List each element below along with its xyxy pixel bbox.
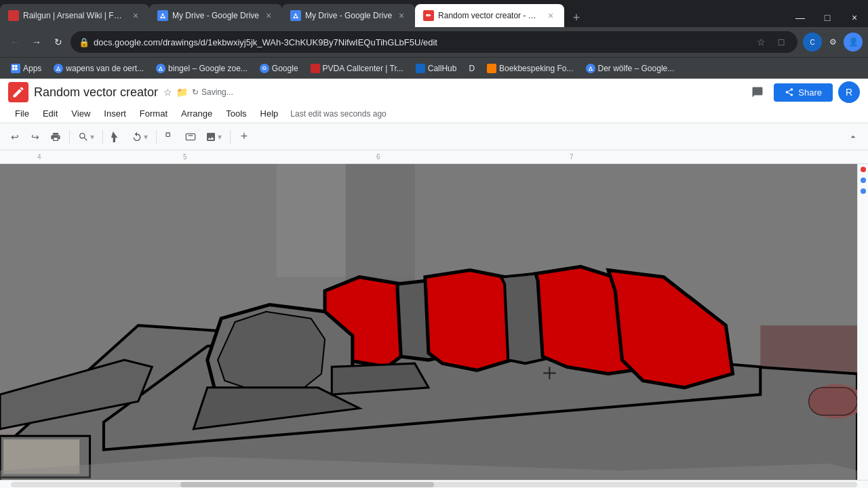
toolbar-sep-4 <box>230 130 231 144</box>
canvas-content[interactable] <box>0 164 857 480</box>
extension-icons: C ⚙ 👤 <box>803 33 863 52</box>
right-panel <box>857 164 868 480</box>
tab-draw[interactable]: ✏ Random vector creator - Google... × <box>415 4 564 27</box>
apps-icon <box>11 64 20 73</box>
user-avatar[interactable]: R <box>838 81 860 103</box>
vector-drawing <box>0 164 857 480</box>
bm-icon-boek <box>487 64 496 73</box>
image-chevron: ▾ <box>218 132 222 142</box>
select-button[interactable] <box>107 127 126 146</box>
omnibar-row: ← → ↻ 🔒 docs.google.com/drawings/d/1ekbw… <box>0 27 868 57</box>
tab-close-draw[interactable]: × <box>545 10 556 21</box>
bookmark-pvda[interactable]: PVDA Callcenter | Tr... <box>305 62 409 75</box>
new-tab-button[interactable]: + <box>567 8 586 27</box>
share-button[interactable]: Share <box>774 83 833 102</box>
svg-rect-2 <box>12 68 14 70</box>
maximize-button[interactable]: □ <box>814 8 841 27</box>
bookmark-apps[interactable]: Apps <box>5 62 47 75</box>
folder-icon[interactable]: 📁 <box>176 87 188 98</box>
horizontal-scrollbar[interactable] <box>0 480 868 488</box>
rotate-dropdown[interactable]: ▾ <box>127 129 152 145</box>
secure-icon: 🔒 <box>79 37 90 47</box>
tab-railgun[interactable]: Railgun | Arsenal Wiki | Fandom × <box>0 4 149 27</box>
menu-insert[interactable]: Insert <box>97 106 133 121</box>
bookmark-icon[interactable]: ☆ <box>753 34 769 50</box>
forward-button[interactable]: → <box>27 33 46 52</box>
plus-button[interactable]: + <box>235 127 254 146</box>
tab-drive1[interactable]: My Drive - Google Drive × <box>149 4 282 27</box>
main-content: 4 5 6 7 <box>0 150 868 488</box>
bm-icon-wapens <box>54 64 63 73</box>
bookmark-callhub[interactable]: CallHub <box>410 62 462 75</box>
textbox-button[interactable] <box>181 127 200 146</box>
bookmark-wapens[interactable]: wapens van de oert... <box>48 62 149 75</box>
menu-help[interactable]: Help <box>254 106 285 121</box>
ruler-mark-5: 5 <box>183 153 187 161</box>
tab-label-drive2: My Drive - Google Drive <box>305 11 392 20</box>
minimize-button[interactable]: — <box>787 8 814 27</box>
app-logo <box>8 82 28 102</box>
reload-button[interactable]: ↻ <box>49 33 68 52</box>
share-label: Share <box>798 87 822 98</box>
collapse-toolbar-button[interactable] <box>844 127 863 146</box>
bm-icon-derwolfe <box>586 64 595 73</box>
svg-rect-9 <box>346 164 415 291</box>
tab-close-railgun[interactable]: × <box>130 10 141 21</box>
bookmark-d[interactable]: D <box>463 62 480 75</box>
ext-icon-user[interactable]: 👤 <box>844 33 863 52</box>
ruler: 4 5 6 7 <box>0 150 868 164</box>
omnibar-url: docs.google.com/drawings/d/1ekbwxiyj5jk_… <box>94 37 749 47</box>
ext-icon-1[interactable]: C <box>803 33 822 52</box>
menu-format[interactable]: Format <box>133 106 174 121</box>
bookmark-google[interactable]: G Google <box>254 62 304 75</box>
close-button[interactable]: × <box>841 8 868 27</box>
scrollbar-thumb[interactable] <box>180 482 434 487</box>
toolbar: ↩ ↪ ▾ ▾ <box>0 123 868 150</box>
menu-arrange[interactable]: Arrange <box>174 106 219 121</box>
undo-button[interactable]: ↩ <box>5 127 24 146</box>
ruler-mark-4: 4 <box>37 153 41 161</box>
tab-label-drive1: My Drive - Google Drive <box>172 11 259 20</box>
svg-rect-4 <box>166 133 170 136</box>
bookmarks-bar: Apps wapens van de oert... bingel – Goog… <box>0 57 868 79</box>
app-title: Random vector creator <box>34 85 158 100</box>
comments-button[interactable] <box>747 81 768 103</box>
menu-file[interactable]: File <box>8 106 36 121</box>
bookmark-derwolfe-label: Der wölfe – Google... <box>598 64 675 73</box>
shape-button[interactable] <box>161 127 180 146</box>
redo-button[interactable]: ↪ <box>26 127 45 146</box>
menu-tools[interactable]: Tools <box>219 106 253 121</box>
tab-favicon-drive2 <box>290 10 301 21</box>
panel-dot-blue1 <box>861 178 866 183</box>
ext-icon-gear[interactable]: ⚙ <box>823 33 842 52</box>
bookmark-apps-label: Apps <box>23 64 41 73</box>
pip-icon[interactable]: □ <box>773 34 789 50</box>
drawing-canvas[interactable] <box>0 164 857 480</box>
saving-spinner-icon: ↻ <box>192 87 199 97</box>
svg-rect-1 <box>15 65 17 67</box>
back-button[interactable]: ← <box>5 33 24 52</box>
bookmark-bingel-label: bingel – Google zoe... <box>168 64 248 73</box>
image-dropdown[interactable]: ▾ <box>201 129 226 145</box>
menu-edit[interactable]: Edit <box>36 106 64 121</box>
bookmark-google-label: Google <box>272 64 298 73</box>
menu-view[interactable]: View <box>64 106 97 121</box>
svg-rect-22 <box>809 388 857 415</box>
bookmark-callhub-label: CallHub <box>428 64 457 73</box>
ruler-mark-6: 6 <box>376 153 380 161</box>
star-icon[interactable]: ☆ <box>163 87 172 98</box>
bookmark-derwolfe[interactable]: Der wölfe – Google... <box>580 62 680 75</box>
svg-rect-5 <box>186 134 195 140</box>
tab-close-drive2[interactable]: × <box>396 10 407 21</box>
svg-rect-0 <box>12 65 14 67</box>
bookmark-bingel[interactable]: bingel – Google zoe... <box>151 62 253 75</box>
print-button[interactable] <box>46 127 65 146</box>
tab-close-drive1[interactable]: × <box>263 10 274 21</box>
bookmark-boek[interactable]: Boekbespeking Fo... <box>481 62 578 75</box>
tab-drive2[interactable]: My Drive - Google Drive × <box>282 4 415 27</box>
bookmark-pvda-label: PVDA Callcenter | Tr... <box>323 64 403 73</box>
panel-dot-red <box>861 167 866 172</box>
omnibar[interactable]: 🔒 docs.google.com/drawings/d/1ekbwxiyj5j… <box>71 31 797 53</box>
tab-bar: Railgun | Arsenal Wiki | Fandom × My Dri… <box>0 0 868 27</box>
zoom-dropdown[interactable]: ▾ <box>74 129 98 145</box>
